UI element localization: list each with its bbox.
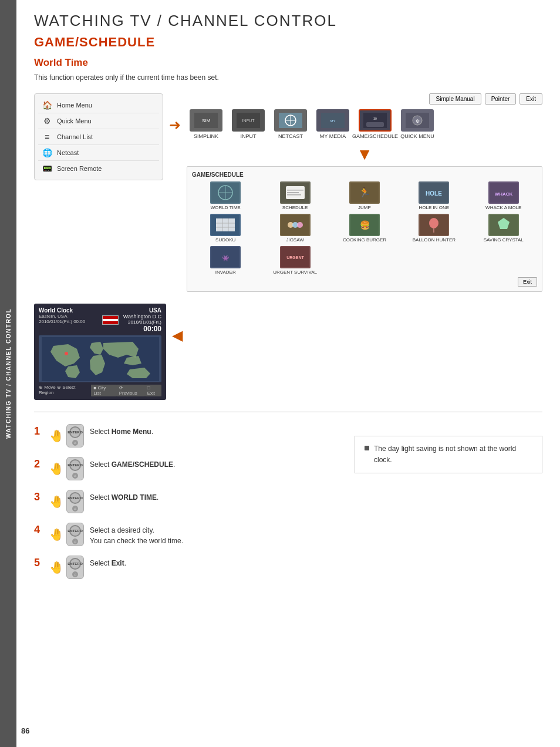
game-item-jump[interactable]: 🏃 JUMP (331, 181, 398, 210)
game-panel-exit-row: Exit (192, 277, 537, 287)
wc-header: World Clock Eastern, USA 2010/01/01(Fri.… (39, 307, 161, 333)
game-schedule-panel: GAME/SCHEDULE WORLD TIME SCHEDULE (187, 166, 542, 292)
steps-area: 1 🤚 ENTER⊙ ⌂ Select Home Menu. 2 (34, 424, 542, 588)
game-item-worldtime[interactable]: WORLD TIME (192, 181, 259, 210)
game-label-urgentsurvival: URGENT SURVIVAL (273, 270, 317, 275)
game-item-sudoku[interactable]: SUDOKU (192, 214, 259, 243)
svg-rect-12 (366, 122, 384, 127)
svg-text:⚙: ⚙ (416, 119, 420, 124)
netcast-icon: 🌐 (42, 147, 52, 158)
menu-label-netcast: Netcast (57, 149, 79, 156)
step-3-icons: 🤚 ENTER⊙ ⌂ (49, 490, 84, 513)
svg-rect-24 (287, 194, 301, 196)
menu-item-screen-remote[interactable]: 📟 Screen Remote (38, 161, 159, 176)
exit-top-btn[interactable]: Exit (519, 93, 542, 105)
simplink-item-mymedia[interactable]: MY MY MEDIA (313, 109, 352, 139)
menu-item-quick[interactable]: ⚙ Quick Menu (38, 113, 159, 129)
note-text: The day light saving is not shown at the… (374, 443, 532, 466)
main-content: WATCHING TV / CHANNEL CONTROL GAME/SCHED… (16, 0, 560, 606)
world-clock-box: World Clock Eastern, USA 2010/01/01(Fri.… (34, 304, 166, 400)
simplink-item-netcast[interactable]: NETCAST (271, 109, 310, 139)
svg-point-44 (429, 218, 438, 228)
game-icon-holeinone: HOLE (419, 181, 449, 204)
svg-text:30: 30 (373, 117, 377, 120)
enter-remote-5: ENTER⊙ ⌂ (66, 556, 84, 579)
wc-map (39, 335, 161, 382)
wc-flag (102, 315, 119, 325)
game-label-invader: INVADER (215, 270, 236, 275)
game-item-whackamole[interactable]: WHACK WHACK A MOLE (470, 181, 537, 210)
mymedia-label: MY MEDIA (320, 133, 346, 139)
note-bullet: The day light saving is not shown at the… (365, 443, 532, 466)
step-4-number: 4 (34, 524, 43, 536)
game-label-balloonhunter: BALLOON HUNTER (413, 237, 456, 243)
step-4-text: Select a desired city. You can check the… (90, 523, 183, 546)
step-5-icons: 🤚 ENTER⊙ ⌂ (49, 556, 84, 579)
game-panel-exit-btn[interactable]: Exit (518, 277, 537, 287)
game-icon-worldtime (210, 181, 241, 204)
game-icon-whackamole: WHACK (488, 181, 519, 204)
step-4-line1: Select a desired city. (90, 526, 154, 534)
simplink-icon-simplink: SIM (190, 109, 222, 132)
svg-text:INPUT: INPUT (242, 119, 255, 123)
pointer-btn[interactable]: Pointer (485, 93, 517, 105)
simplink-item-quickmenu[interactable]: ⚙ QUICK MENU (398, 109, 437, 139)
step-5-after: . (124, 559, 126, 567)
game-item-empty2 (400, 246, 467, 275)
wc-time: 2010/01/01(Fri.) (123, 319, 161, 325)
step-1: 1 🤚 ENTER⊙ ⌂ Select Home Menu. (34, 424, 343, 447)
game-item-urgentsurvival[interactable]: URGENT URGENT SURVIVAL (261, 246, 328, 275)
game-item-jigsaw[interactable]: JIGSAW (261, 214, 328, 243)
game-icon-schedule (280, 181, 311, 204)
game-grid-row3: 👾 INVADER URGENT URGENT SURVIVAL (192, 246, 537, 275)
enter-btn-2: ENTER⊙ (69, 459, 81, 471)
wc-move: ⊕ Move ⊕ Select Region (39, 385, 91, 396)
enter-sub-btn-5: ⌂ (72, 571, 78, 577)
game-item-cookingburger[interactable]: 🍔 COOKING BURGER (331, 214, 398, 243)
svg-text:🍔: 🍔 (359, 220, 370, 230)
wc-previous-btn[interactable]: ⟳ Previous (117, 385, 145, 396)
svg-point-40 (297, 222, 303, 228)
wc-exit-btn[interactable]: □ Exit (145, 385, 161, 396)
wc-flag-row: USA Washington D.C 2010/01/01(Fri.) 00:0… (102, 307, 161, 333)
simplink-icon-game: 30 (359, 109, 392, 132)
note-bullet-dot (365, 446, 369, 450)
wc-left: World Clock Eastern, USA 2010/01/01(Fri.… (39, 307, 85, 324)
game-item-empty1 (331, 246, 398, 275)
hand-icon-5: 🤚 (49, 560, 64, 574)
menu-item-netcast[interactable]: 🌐 Netcast (38, 145, 159, 161)
simplink-item-simplink[interactable]: SIM SIMPLINK (187, 109, 225, 139)
step-3: 3 🤚 ENTER⊙ ⌂ Select WORLD TIME. (34, 490, 343, 513)
simplink-right-section: Simple Manual Pointer Exit SIM SIMPLINK … (187, 93, 542, 292)
wc-city-list-btn[interactable]: ■ City List (91, 385, 116, 396)
menu-item-channel[interactable]: ≡ Channel List (38, 129, 159, 145)
step-2-after: . (173, 460, 175, 469)
divider (34, 412, 542, 412)
game-item-invader[interactable]: 👾 INVADER (192, 246, 259, 275)
simplink-item-input[interactable]: INPUT INPUT (229, 109, 268, 139)
game-icon-empty2 (419, 246, 449, 268)
screen-remote-icon: 📟 (42, 163, 52, 174)
game-item-savingcrystal[interactable]: SAVING CRYSTAL (470, 214, 537, 243)
simplink-icon-mymedia: MY (316, 109, 349, 132)
sidebar-text: WATCHING TV / CHANNEL CONTROL (5, 308, 12, 439)
netcast-label: NETCAST (278, 133, 303, 139)
enter-remote-3: ENTER⊙ ⌂ (66, 490, 84, 513)
wc-footer: ⊕ Move ⊕ Select Region ■ City List ⟳ Pre… (39, 385, 161, 396)
menu-label-home: Home Menu (57, 102, 92, 109)
simple-manual-btn[interactable]: Simple Manual (429, 93, 481, 105)
enter-sub-btn-3: ⌂ (72, 506, 78, 512)
enter-remote-1: ENTER⊙ ⌂ (66, 424, 84, 447)
game-item-holeinone[interactable]: HOLE HOLE IN ONE (400, 181, 467, 210)
game-grid-row2: SUDOKU JIGSAW 🍔 COOKING BURGER (192, 214, 537, 243)
game-icon-jump: 🏃 (349, 181, 380, 204)
enter-sub-btn-2: ⌂ (72, 473, 78, 479)
game-item-schedule[interactable]: SCHEDULE (261, 181, 328, 210)
game-label-worldtime: WORLD TIME (211, 205, 241, 210)
home-icon: 🏠 (42, 100, 52, 110)
step-2-number: 2 (34, 458, 43, 470)
simplink-item-game[interactable]: 30 GAME/SCHEDULE (356, 109, 394, 139)
enter-btn-3: ENTER⊙ (69, 492, 81, 504)
menu-item-home[interactable]: 🏠 Home Menu (38, 97, 159, 113)
game-item-balloonhunter[interactable]: BALLOON HUNTER (400, 214, 467, 243)
